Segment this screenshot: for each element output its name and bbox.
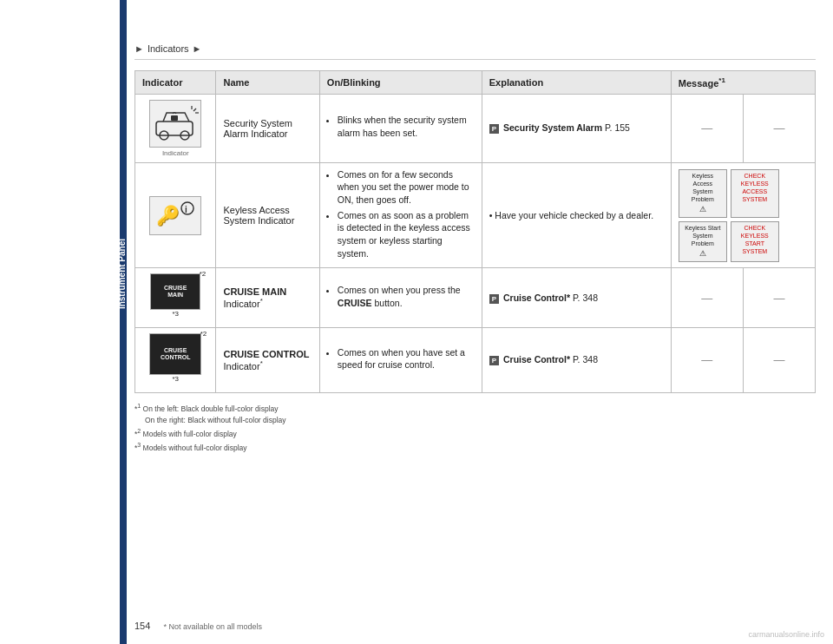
- msg1-cruise-control: —: [671, 328, 743, 393]
- check-keyless-start-text: CHECKKEYLESSSTARTSYSTEM: [735, 224, 775, 255]
- header-message: Message*1: [671, 71, 815, 95]
- cruise-control-icon-text: CRUISECONTROL: [161, 347, 191, 362]
- header-on-blinking: On/Blinking: [319, 71, 482, 95]
- explanation-cell-cruise-main: P Cruise Control* P. 348: [482, 268, 671, 328]
- explanation-cell-keyless: • Have your vehicle checked by a dealer.: [482, 162, 671, 268]
- ref-icon-cruise-control: P: [489, 356, 499, 365]
- indicator-cell-cruise-main: *2 CRUISEMAIN *3: [135, 268, 216, 328]
- keyless-name-text: Keyless Access System Indicator: [223, 205, 294, 226]
- indicator-cell-cruise-control: *2 CRUISECONTROL *3: [135, 328, 216, 393]
- check-keyless-access-box: CHECKKEYLESSACCESSSYSTEM: [731, 169, 779, 218]
- footnotes: *1 On the left: Black double full-color …: [134, 402, 816, 453]
- keyless-start-problem-text: Keyless StartSystem Problem: [683, 224, 723, 247]
- keyless-access-icon: 🔑 i: [149, 196, 201, 235]
- cruise-main-sup3: *3: [172, 310, 179, 318]
- blinking-item-cruise-control: Comes on when you have set a speed for c…: [338, 346, 475, 371]
- explanation-cell-cruise-control: P Cruise Control* P. 348: [482, 328, 671, 393]
- svg-rect-3: [171, 115, 178, 121]
- watermark-text: carmanualsonline.info: [748, 630, 824, 639]
- cruise-control-name-rest: Indicator*: [223, 361, 262, 371]
- page-container: Instrument Panel ► Indicators ► Indicato…: [0, 0, 833, 644]
- keyless-access-problem-box: Keyless AccessSystem Problem ⚠: [679, 169, 727, 218]
- explanation-text-keyless: • Have your vehicle checked by a dealer.: [489, 210, 653, 220]
- keyless-access-problem-text: Keyless AccessSystem Problem: [683, 172, 723, 203]
- keyless-start-problem-icon: ⚠: [683, 249, 723, 260]
- cruise-main-sup2: *2: [200, 270, 207, 278]
- blinking-cell-security: Blinks when the security system alarm ha…: [319, 94, 482, 162]
- footnote-3: *3 Models without full-color display: [134, 441, 816, 454]
- svg-text:i: i: [185, 205, 187, 214]
- header-explanation: Explanation: [482, 71, 671, 95]
- keyless-msg-row-2: Keyless StartSystem Problem ⚠ CHECKKEYLE…: [679, 221, 808, 262]
- msg2-cruise-control: —: [743, 328, 815, 393]
- footnote-1: *1 On the left: Black double full-color …: [134, 402, 816, 415]
- blinking-item-security: Blinks when the security system alarm ha…: [338, 114, 475, 139]
- footnote-1b: On the right: Black without full-color d…: [134, 415, 816, 426]
- cruise-control-icon-container: *2 CRUISECONTROL *3: [149, 333, 201, 387]
- check-keyless-access-text: CHECKKEYLESSACCESSSYSTEM: [735, 172, 775, 203]
- explanation-text-security: P Security System Alarm P. 155: [489, 122, 630, 133]
- blinking-item-keyless-2: Comes on as soon as a problem is detecte…: [338, 209, 475, 260]
- indicator-label-security: Indicator: [162, 149, 189, 157]
- sidebar-label: Instrument Panel: [117, 222, 127, 326]
- cruise-control-name-bold: CRUISE CONTROL: [223, 349, 309, 359]
- blinking-item-keyless-1: Comes on for a few seconds when you set …: [338, 168, 475, 207]
- footnote-2: *2 Models with full-color display: [134, 427, 816, 440]
- page-note-text: * Not available on all models: [163, 622, 262, 631]
- name-cell-security: Security System Alarm Indicator: [216, 94, 319, 162]
- svg-line-4: [193, 108, 196, 111]
- cruise-main-name-rest: Indicator*: [223, 299, 262, 309]
- security-alarm-bold: Security System Alarm: [503, 122, 602, 133]
- keyless-icon-svg: 🔑 i: [153, 198, 198, 233]
- header-name: Name: [216, 71, 319, 95]
- security-alarm-page: P. 155: [605, 122, 630, 133]
- keyless-start-problem-box: Keyless StartSystem Problem ⚠: [679, 221, 727, 262]
- explanation-text-cruise-main: P Cruise Control* P. 348: [489, 292, 598, 303]
- table-row: *2 CRUISECONTROL *3 CRUISE CONTROL Indic…: [135, 328, 816, 393]
- watermark: carmanualsonline.info: [748, 628, 824, 640]
- svg-point-8: [181, 202, 193, 214]
- table-row: *2 CRUISEMAIN *3 CRUISE MAIN Indicator*: [135, 268, 816, 328]
- page-number: 154 * Not available on all models: [134, 621, 262, 631]
- table-row: 🔑 i Keyless Access System Indicator Co: [135, 162, 816, 268]
- indicator-cell-security: Indicator: [135, 94, 216, 162]
- cruise-bold: CRUISE: [338, 298, 372, 308]
- table-row: Indicator Security System Alarm Indicato…: [135, 94, 816, 162]
- header-indicator: Indicator: [135, 71, 216, 95]
- msg2-security: —: [743, 94, 815, 162]
- ref-icon-security: P: [489, 124, 499, 134]
- msg1-cruise-main: —: [671, 268, 743, 328]
- keyless-msg-row-1: Keyless AccessSystem Problem ⚠ CHECKKEYL…: [679, 169, 808, 218]
- explanation-cell-security: P Security System Alarm P. 155: [482, 94, 671, 162]
- keyless-access-problem-icon: ⚠: [683, 205, 723, 215]
- msg1-security: —: [671, 94, 743, 162]
- check-keyless-start-box: CHECKKEYLESSSTARTSYSTEM: [731, 221, 779, 262]
- ref-icon-cruise-main: P: [489, 294, 499, 304]
- breadcrumb-text: Indicators: [148, 43, 189, 54]
- breadcrumb-arrow-right: ►: [193, 43, 202, 54]
- blinking-cell-cruise-control: Comes on when you have set a speed for c…: [319, 328, 482, 393]
- breadcrumb-arrow-left: ►: [134, 43, 144, 54]
- security-icon-svg: [152, 102, 200, 144]
- svg-text:🔑: 🔑: [156, 204, 180, 227]
- security-name-text: Security System Alarm Indicator: [223, 118, 292, 139]
- cruise-main-icon-container: *2 CRUISEMAIN *3: [150, 273, 200, 322]
- blinking-cell-keyless: Comes on for a few seconds when you set …: [319, 162, 482, 268]
- blinking-cell-cruise-main: Comes on when you press the CRUISE butto…: [319, 268, 482, 328]
- keyless-msg-container: Keyless AccessSystem Problem ⚠ CHECKKEYL…: [679, 169, 808, 262]
- name-cell-cruise-control: CRUISE CONTROL Indicator*: [216, 328, 319, 393]
- breadcrumb: ► Indicators ►: [134, 43, 816, 60]
- cruise-main-name-bold: CRUISE MAIN: [223, 286, 286, 297]
- page-number-text: 154: [134, 621, 150, 631]
- cruise-control-icon: CRUISECONTROL: [149, 333, 201, 375]
- cruise-control-sup2: *2: [200, 330, 207, 338]
- msg2-cruise-main: —: [743, 268, 815, 328]
- explanation-text-cruise-control: P Cruise Control* P. 348: [489, 354, 598, 365]
- indicator-table: Indicator Name On/Blinking Explanation M…: [134, 70, 816, 393]
- cruise-main-icon-text: CRUISEMAIN: [164, 285, 187, 299]
- cruise-main-exp-page: P. 348: [573, 292, 598, 303]
- name-cell-cruise-main: CRUISE MAIN Indicator*: [216, 268, 319, 328]
- main-content: ► Indicators ► Indicator Name On/Blinkin…: [134, 43, 816, 592]
- indicator-cell-keyless: 🔑 i: [135, 162, 216, 268]
- cruise-main-icon: CRUISEMAIN: [150, 273, 200, 310]
